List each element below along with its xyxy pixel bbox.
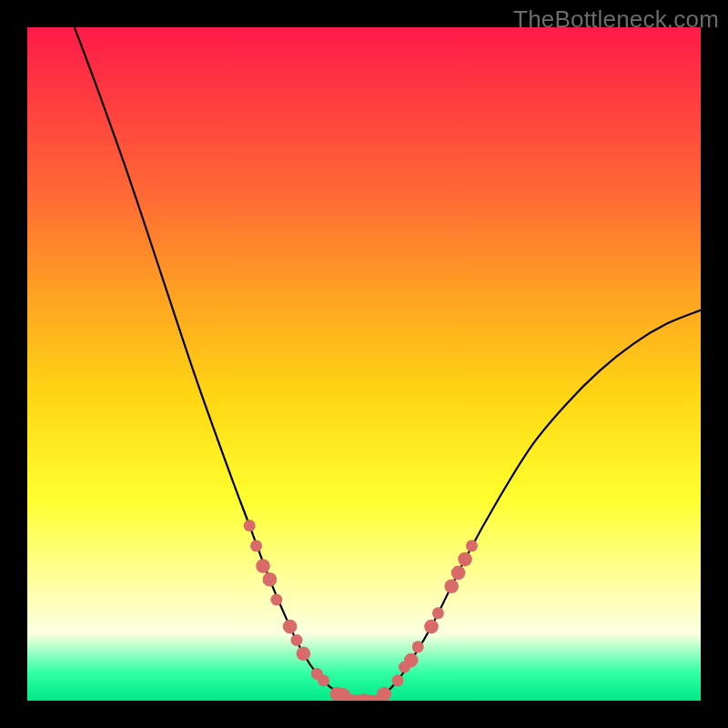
curve-marker bbox=[270, 594, 282, 606]
curve-marker bbox=[318, 674, 329, 686]
curve-marker bbox=[250, 540, 262, 551]
curve-markers bbox=[244, 520, 478, 701]
curve-marker bbox=[291, 634, 303, 646]
curve-marker bbox=[256, 559, 270, 573]
curve-marker bbox=[451, 566, 466, 581]
curve-marker bbox=[432, 607, 444, 619]
bottleneck-curve bbox=[75, 27, 701, 701]
curve-marker bbox=[297, 646, 311, 661]
bottleneck-curve-svg bbox=[27, 27, 701, 701]
curve-marker bbox=[283, 620, 298, 634]
curve-marker bbox=[404, 653, 419, 668]
curve-marker bbox=[244, 520, 256, 531]
curve-marker bbox=[424, 620, 439, 634]
curve-marker bbox=[466, 540, 478, 551]
curve-marker bbox=[263, 572, 278, 587]
curve-marker bbox=[377, 687, 391, 701]
curve-marker bbox=[458, 552, 472, 567]
curve-marker bbox=[412, 641, 424, 652]
curve-marker bbox=[392, 674, 404, 686]
plot-frame bbox=[27, 27, 701, 701]
curve-marker bbox=[444, 579, 459, 593]
watermark-text: TheBottleneck.com bbox=[513, 5, 719, 34]
